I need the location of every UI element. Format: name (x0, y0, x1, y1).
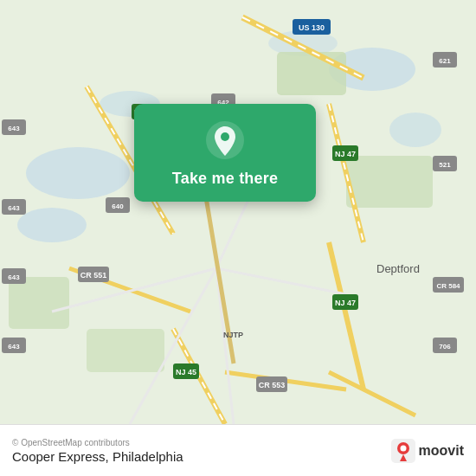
svg-text:CR 551: CR 551 (80, 271, 107, 280)
svg-text:US 130: US 130 (299, 23, 325, 32)
svg-text:Deptford: Deptford (376, 262, 420, 275)
navigation-popup[interactable]: Take me there (134, 104, 316, 202)
map-background: NJTP US 130 NJ 44 NJ 47 NJ 47 NJ 45 CR 5… (0, 0, 476, 424)
moovit-text: moovit (419, 443, 464, 459)
map-container: NJTP US 130 NJ 44 NJ 47 NJ 47 NJ 45 CR 5… (0, 0, 476, 424)
svg-point-1 (26, 147, 130, 199)
svg-text:643: 643 (8, 125, 20, 132)
svg-text:640: 640 (112, 203, 124, 210)
copyright-text: © OpenStreetMap contributors (12, 438, 183, 447)
svg-rect-10 (87, 329, 164, 372)
svg-text:643: 643 (8, 343, 20, 351)
svg-text:643: 643 (8, 204, 20, 212)
svg-text:643: 643 (8, 273, 20, 281)
location-pin-icon (204, 119, 246, 161)
svg-text:CR 584: CR 584 (436, 282, 460, 290)
svg-text:706: 706 (439, 343, 451, 351)
svg-text:NJTP: NJTP (223, 331, 243, 339)
svg-text:NJ 45: NJ 45 (176, 368, 196, 376)
bottom-bar: © OpenStreetMap contributors Cooper Expr… (0, 424, 476, 476)
svg-text:621: 621 (439, 57, 451, 65)
take-me-there-label: Take me there (172, 170, 278, 188)
svg-point-4 (389, 113, 441, 147)
svg-point-69 (400, 445, 406, 451)
moovit-logo: moovit (391, 439, 464, 463)
svg-point-2 (17, 208, 87, 242)
svg-text:CR 553: CR 553 (259, 381, 286, 389)
svg-text:NJ 47: NJ 47 (335, 150, 356, 158)
location-info: © OpenStreetMap contributors Cooper Expr… (12, 438, 183, 464)
svg-text:521: 521 (439, 161, 451, 169)
svg-text:NJ 47: NJ 47 (335, 299, 356, 307)
location-title: Cooper Express, Philadelphia (12, 449, 183, 464)
moovit-logo-icon (391, 439, 415, 463)
svg-rect-8 (346, 156, 433, 208)
svg-rect-9 (9, 277, 69, 329)
svg-point-66 (221, 132, 229, 141)
svg-rect-7 (277, 52, 346, 95)
